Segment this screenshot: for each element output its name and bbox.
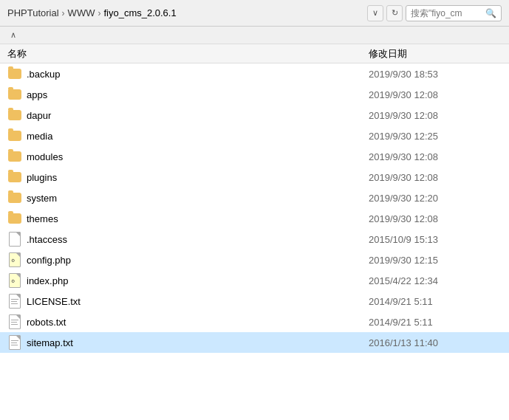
file-row[interactable]: system2019/9/30 12:20: [0, 187, 509, 208]
folder-icon: [7, 190, 22, 205]
file-name: plugins: [27, 172, 369, 183]
file-name: system: [27, 193, 369, 204]
folder-icon: [7, 170, 22, 185]
file-date: 2019/9/30 12:20: [369, 193, 502, 204]
file-date: 2019/9/30 18:53: [369, 69, 502, 80]
file-row[interactable]: ⚙ index.php2015/4/22 12:34: [0, 270, 509, 291]
breadcrumb: PHPTutorial › WWW › fiyo_cms_2.0.6.1: [7, 7, 367, 18]
file-name: dapur: [27, 110, 369, 121]
file-row[interactable]: plugins2019/9/30 12:08: [0, 167, 509, 187]
folder-icon: [7, 128, 22, 143]
file-date: 2015/10/9 15:13: [369, 234, 502, 245]
folder-icon: [7, 211, 22, 226]
file-date: 2019/9/30 12:08: [369, 151, 502, 162]
file-row[interactable]: themes2019/9/30 12:08: [0, 208, 509, 229]
file-row[interactable]: ⚙ config.php2019/9/30 12:15: [0, 249, 509, 270]
file-name: media: [27, 131, 369, 142]
breadcrumb-current: fiyo_cms_2.0.6.1: [103, 7, 176, 18]
breadcrumb-phpTutorial[interactable]: PHPTutorial: [7, 7, 59, 18]
file-row[interactable]: modules2019/9/30 12:08: [0, 146, 509, 167]
file-date: 2019/9/30 12:08: [369, 110, 502, 121]
file-date: 2019/9/30 12:08: [369, 89, 502, 100]
file-name: index.php: [27, 275, 369, 286]
file-date: 2015/4/22 12:34: [369, 275, 502, 286]
file-name: sitemap.txt: [27, 337, 369, 348]
file-name: LICENSE.txt: [27, 296, 369, 307]
folder-icon: [7, 149, 22, 164]
search-icon: 🔍: [485, 8, 496, 18]
search-box[interactable]: 🔍: [406, 5, 502, 21]
col-name-header: 名称: [7, 47, 369, 61]
sort-bar: ∧: [0, 27, 509, 44]
file-name: config.php: [27, 255, 369, 266]
column-headers: 名称 修改日期: [0, 44, 509, 63]
file-name: .htaccess: [27, 234, 369, 245]
refresh-button[interactable]: ↻: [386, 5, 403, 21]
file-date: 2019/9/30 12:08: [369, 213, 502, 224]
file-name: robots.txt: [27, 317, 369, 328]
file-name: apps: [27, 89, 369, 100]
file-name: modules: [27, 151, 369, 162]
title-bar: PHPTutorial › WWW › fiyo_cms_2.0.6.1 ∨ ↻…: [0, 0, 509, 27]
folder-icon: [7, 108, 22, 123]
folder-icon: [7, 87, 22, 102]
file-date: 2014/9/21 5:11: [369, 317, 502, 328]
file-date: 2014/9/21 5:11: [369, 296, 502, 307]
file-date: 2019/9/30 12:15: [369, 255, 502, 266]
file-row[interactable]: apps2019/9/30 12:08: [0, 84, 509, 105]
file-row[interactable]: robots.txt2014/9/21 5:11: [0, 311, 509, 332]
file-date: 2019/9/30 12:25: [369, 131, 502, 142]
file-icon: ⚙: [7, 252, 22, 267]
file-row[interactable]: .htaccess2015/10/9 15:13: [0, 229, 509, 249]
refresh-icon: ↻: [392, 8, 398, 18]
breadcrumb-www[interactable]: WWW: [68, 7, 95, 18]
file-icon: [7, 232, 22, 247]
file-row[interactable]: sitemap.txt2016/1/13 11:40: [0, 332, 509, 353]
col-date-header: 修改日期: [369, 47, 502, 61]
file-row[interactable]: media2019/9/30 12:25: [0, 125, 509, 146]
file-name: themes: [27, 213, 369, 224]
file-icon: [7, 335, 22, 350]
breadcrumb-sep-2: ›: [98, 8, 100, 18]
file-date: 2016/1/13 11:40: [369, 337, 502, 348]
sort-up-arrow: ∧: [10, 30, 16, 40]
file-list: .backup2019/9/30 18:53apps2019/9/30 12:0…: [0, 63, 509, 420]
file-name: .backup: [27, 69, 369, 80]
title-actions: ∨ ↻ 🔍: [367, 5, 502, 21]
search-input[interactable]: [411, 8, 485, 18]
file-date: 2019/9/30 12:08: [369, 172, 502, 183]
chevron-down-icon: ∨: [372, 8, 378, 18]
dropdown-button[interactable]: ∨: [367, 5, 383, 21]
file-icon: [7, 314, 22, 329]
file-icon: ⚙: [7, 273, 22, 288]
file-row[interactable]: dapur2019/9/30 12:08: [0, 105, 509, 125]
file-row[interactable]: LICENSE.txt2014/9/21 5:11: [0, 291, 509, 311]
folder-icon: [7, 66, 22, 81]
file-row[interactable]: .backup2019/9/30 18:53: [0, 63, 509, 84]
file-icon: [7, 294, 22, 309]
breadcrumb-sep-1: ›: [62, 8, 65, 18]
